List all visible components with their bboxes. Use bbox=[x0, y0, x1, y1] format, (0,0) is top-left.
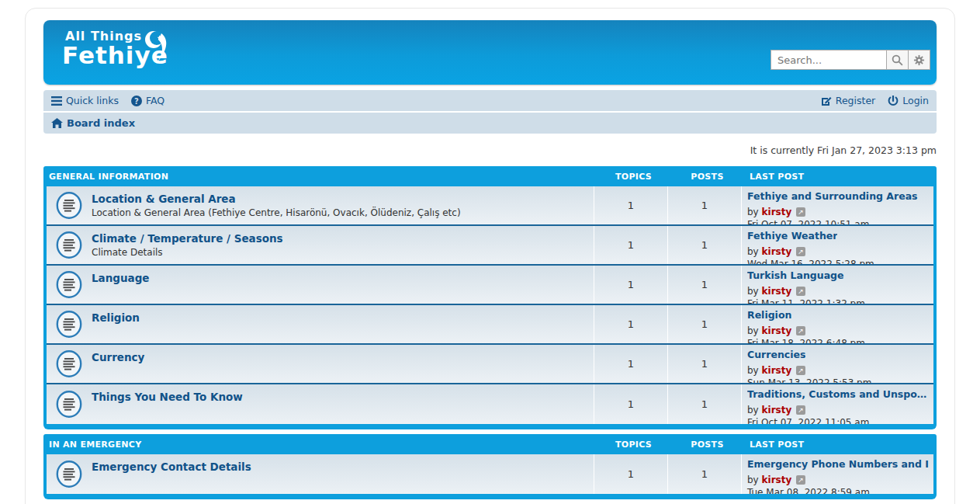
last-post-cell: Currencies by kirsty ↗ Sun Mar 13, 2022 … bbox=[741, 345, 933, 383]
column-header-topics: TOPICS bbox=[597, 440, 670, 450]
board-index-label: Board index bbox=[67, 117, 135, 129]
section-header: IN AN EMERGENCY TOPICS POSTS LAST POST bbox=[43, 434, 937, 454]
last-post-link[interactable]: Currencies bbox=[747, 349, 805, 362]
last-post-link[interactable]: Emergency Phone Numbers and I… bbox=[747, 458, 929, 471]
board-index-link[interactable]: Board index bbox=[51, 117, 135, 129]
login-label: Login bbox=[902, 95, 929, 106]
topics-count: 1 bbox=[594, 384, 667, 424]
goto-last-post-icon[interactable]: ↗ bbox=[796, 287, 805, 296]
last-post-cell: Turkish Language by kirsty ↗ Fri Mar 11,… bbox=[741, 266, 933, 304]
forum-link[interactable]: Emergency Contact Details bbox=[92, 461, 251, 473]
last-post-author-link[interactable]: kirsty bbox=[762, 286, 792, 297]
gear-icon bbox=[913, 54, 925, 66]
forum-row: Things You Need To Know 1 1 Traditions, … bbox=[47, 384, 933, 424]
forum-text: Emergency Contact Details bbox=[92, 454, 251, 494]
last-post-link[interactable]: Traditions, Customs and Unspo… bbox=[747, 388, 926, 401]
forum-text: Location & General Area Location & Gener… bbox=[92, 186, 461, 224]
posts-count: 1 bbox=[667, 226, 741, 264]
home-icon bbox=[51, 118, 63, 128]
section-title: GENERAL INFORMATION bbox=[43, 172, 597, 182]
page-container: All Things Fethiye bbox=[25, 8, 955, 504]
posts-count: 1 bbox=[667, 305, 741, 343]
forum-description: Location & General Area (Fethiye Centre,… bbox=[92, 207, 461, 218]
last-post-cell: Fethiye and Surrounding Areas by kirsty … bbox=[741, 186, 933, 224]
forum-text: Language bbox=[92, 266, 150, 304]
forum-description: Climate Details bbox=[92, 247, 283, 258]
goto-last-post-icon[interactable]: ↗ bbox=[796, 326, 805, 335]
last-post-cell: Fethiye Weather by kirsty ↗ Wed Mar 16, … bbox=[741, 226, 933, 264]
posts-count: 1 bbox=[667, 266, 741, 304]
forum-topic-icon bbox=[47, 345, 92, 383]
forum-text: Climate / Temperature / Seasons Climate … bbox=[92, 226, 283, 264]
topics-count: 1 bbox=[594, 345, 667, 383]
forum-text: Things You Need To Know bbox=[92, 384, 243, 424]
faq-link[interactable]: ? FAQ bbox=[131, 95, 164, 106]
forum-section: IN AN EMERGENCY TOPICS POSTS LAST POST bbox=[43, 434, 937, 499]
forum-topic-icon bbox=[47, 384, 92, 424]
by-label: by bbox=[747, 474, 759, 485]
last-post-link[interactable]: Fethiye Weather bbox=[747, 230, 837, 243]
forum-row: Religion 1 1 Religion by kirsty ↗ Fri Ma… bbox=[47, 305, 933, 345]
topics-count: 1 bbox=[594, 305, 667, 343]
search-input[interactable] bbox=[770, 50, 887, 70]
forum-cell: Climate / Temperature / Seasons Climate … bbox=[47, 226, 594, 264]
topics-count: 1 bbox=[594, 266, 667, 304]
last-post-date: Fri Oct 07, 2022 11:05 am bbox=[747, 417, 929, 424]
site-header: All Things Fethiye bbox=[43, 20, 937, 85]
quick-links-menu[interactable]: Quick links bbox=[51, 95, 119, 106]
last-post-link[interactable]: Turkish Language bbox=[747, 269, 844, 283]
last-post-author-link[interactable]: kirsty bbox=[762, 325, 792, 336]
register-label: Register bbox=[836, 95, 875, 106]
column-header-posts: POSTS bbox=[670, 440, 744, 450]
column-header-topics: TOPICS bbox=[597, 172, 670, 182]
power-icon bbox=[888, 96, 899, 106]
by-label: by bbox=[747, 207, 759, 217]
last-post-link[interactable]: Religion bbox=[747, 309, 791, 322]
goto-last-post-icon[interactable]: ↗ bbox=[796, 247, 805, 256]
login-link[interactable]: Login bbox=[888, 95, 929, 106]
forum-topic-icon bbox=[47, 226, 92, 264]
forum-row: Currency 1 1 Currencies by kirsty ↗ Sun … bbox=[47, 345, 933, 384]
forum-link[interactable]: Things You Need To Know bbox=[92, 391, 243, 403]
forum-cell: Religion bbox=[47, 305, 594, 343]
last-post-date: Sun Mar 13, 2022 5:53 pm bbox=[747, 377, 929, 383]
forum-link[interactable]: Language bbox=[92, 272, 150, 284]
svg-text:?: ? bbox=[134, 96, 139, 105]
goto-last-post-icon[interactable]: ↗ bbox=[796, 207, 805, 217]
search-area bbox=[770, 50, 930, 70]
last-post-author-link[interactable]: kirsty bbox=[762, 474, 792, 485]
forum-cell: Currency bbox=[47, 345, 594, 383]
search-submit-button[interactable] bbox=[887, 50, 909, 70]
last-post-link[interactable]: Fethiye and Surrounding Areas bbox=[747, 190, 918, 203]
goto-last-post-icon[interactable]: ↗ bbox=[796, 475, 805, 485]
forum-topic-icon bbox=[47, 454, 92, 494]
forum-link[interactable]: Location & General Area bbox=[92, 193, 236, 205]
register-link[interactable]: Register bbox=[821, 95, 875, 106]
topics-count: 1 bbox=[594, 186, 667, 224]
forum-row: Climate / Temperature / Seasons Climate … bbox=[47, 226, 933, 266]
forum-link[interactable]: Currency bbox=[92, 351, 144, 363]
by-label: by bbox=[747, 405, 759, 415]
last-post-author-link[interactable]: kirsty bbox=[762, 246, 792, 257]
last-post-author-link[interactable]: kirsty bbox=[762, 365, 792, 376]
search-options-button[interactable] bbox=[909, 50, 930, 70]
forum-link[interactable]: Climate / Temperature / Seasons bbox=[92, 232, 283, 245]
posts-count: 1 bbox=[667, 454, 741, 494]
forum-cell: Emergency Contact Details bbox=[47, 454, 594, 494]
column-header-posts: POSTS bbox=[670, 172, 744, 182]
current-time-text: It is currently Fri Jan 27, 2023 3:13 pm bbox=[43, 144, 937, 156]
goto-last-post-icon[interactable]: ↗ bbox=[796, 405, 805, 415]
posts-count: 1 bbox=[667, 384, 741, 424]
forum-text: Currency bbox=[92, 345, 144, 383]
last-post-date: Fri Oct 07, 2022 10:51 am bbox=[747, 219, 929, 224]
forum-link[interactable]: Religion bbox=[92, 311, 140, 324]
site-logo[interactable]: All Things Fethiye bbox=[62, 29, 168, 67]
goto-last-post-icon[interactable]: ↗ bbox=[796, 366, 805, 375]
last-post-author-link[interactable]: kirsty bbox=[762, 405, 792, 415]
forum-row: Location & General Area Location & Gener… bbox=[47, 186, 933, 226]
question-circle-icon: ? bbox=[131, 96, 142, 106]
topics-count: 1 bbox=[594, 226, 667, 264]
section-title: IN AN EMERGENCY bbox=[43, 440, 597, 450]
last-post-author-link[interactable]: kirsty bbox=[762, 207, 792, 217]
forum-row: Emergency Contact Details 1 1 Emergency … bbox=[47, 454, 933, 494]
